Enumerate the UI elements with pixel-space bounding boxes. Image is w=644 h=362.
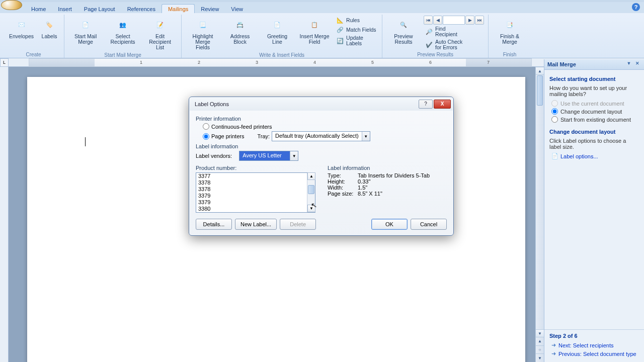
- prev-record-button[interactable]: ◀: [433, 16, 442, 25]
- envelopes-button[interactable]: ✉️Envelopes: [7, 16, 36, 40]
- ribbon: ✉️Envelopes 🏷️Labels Create 📄Start Mail …: [0, 13, 644, 58]
- tab-home[interactable]: Home: [25, 5, 52, 13]
- ok-button[interactable]: OK: [371, 219, 408, 230]
- group-start-label: Start Mail Merge: [104, 51, 141, 58]
- list-item[interactable]: 3379: [196, 193, 307, 199]
- group-finish-label: Finish: [503, 51, 517, 58]
- arrow-right-icon: ➜: [551, 342, 556, 348]
- arrow-left-icon: ➜: [551, 350, 556, 357]
- taskpane-title: Mail Merge: [547, 61, 576, 67]
- starting-doc-question: How do you want to set up your mailing l…: [549, 85, 639, 97]
- tray-label: Tray:: [257, 133, 270, 139]
- group-create-label: Create: [26, 51, 41, 58]
- taskpane-close-icon[interactable]: ✕: [634, 61, 641, 68]
- list-item[interactable]: 3380: [196, 206, 307, 212]
- new-label-button[interactable]: New Label...: [235, 219, 277, 230]
- radio-use-current: Use the current document: [551, 100, 639, 107]
- label-options-dialog: Label Options ? X Printer information Co…: [189, 97, 454, 236]
- printer-info-label: Printer information: [196, 116, 447, 122]
- update-labels-button[interactable]: 🔄Update Labels: [335, 35, 378, 47]
- greeting-line-button[interactable]: 📄Greeting Line: [260, 16, 294, 46]
- change-layout-instruction: Click Label options to choose a label si…: [549, 138, 639, 150]
- label-info-title: Label information: [328, 165, 430, 171]
- next-record-button[interactable]: ▶: [465, 16, 474, 25]
- tab-selector[interactable]: L: [0, 58, 9, 67]
- radio-change-layout[interactable]: Change document layout: [551, 108, 639, 115]
- scroll-down-icon[interactable]: ▼: [307, 205, 315, 212]
- vendors-label: Label vendors:: [196, 153, 232, 159]
- mail-merge-taskpane: Mail Merge ▼✕ Select starting document H…: [544, 59, 644, 362]
- delete-button: Delete: [280, 219, 316, 230]
- highlight-merge-fields-button[interactable]: 📃Highlight Merge Fields: [186, 16, 220, 51]
- record-number-input[interactable]: [443, 16, 465, 25]
- labels-button[interactable]: 🏷️Labels: [39, 16, 60, 40]
- start-mail-merge-button[interactable]: 📄Start Mail Merge: [68, 16, 103, 46]
- office-button[interactable]: [1, 0, 22, 10]
- label-info-grid: Type:Tab Inserts for Dividers 5-Tab Heig…: [328, 172, 430, 197]
- tab-page-layout[interactable]: Page Layout: [78, 5, 121, 13]
- section-select-starting: Select starting document: [549, 76, 639, 82]
- group-preview-label: Preview Results: [417, 51, 453, 58]
- listbox-scrollbar[interactable]: ▲ ▼: [307, 173, 315, 212]
- insert-merge-field-button[interactable]: 📋Insert Merge Field: [297, 16, 332, 46]
- tab-references[interactable]: References: [121, 5, 162, 13]
- dialog-close-button[interactable]: X: [434, 100, 451, 109]
- dialog-help-button[interactable]: ?: [419, 100, 433, 109]
- rules-button[interactable]: 📐Rules: [335, 16, 378, 25]
- tab-view[interactable]: View: [225, 5, 249, 13]
- list-item[interactable]: 3379: [196, 199, 307, 206]
- label-info-label: Label information: [196, 143, 447, 149]
- finish-merge-button[interactable]: 📑Finish & Merge: [493, 16, 527, 46]
- label-options-icon: 📄: [551, 153, 558, 159]
- find-recipient-button[interactable]: 🔎Find Recipient: [424, 26, 484, 38]
- taskpane-menu-icon[interactable]: ▼: [625, 61, 632, 68]
- edit-recipient-list-button[interactable]: 📝Edit Recipient List: [143, 16, 177, 51]
- list-item[interactable]: 3378: [196, 179, 307, 186]
- vertical-ruler: [0, 67, 9, 362]
- group-write-label: Write & Insert Fields: [259, 51, 304, 58]
- chevron-down-icon: ▼: [290, 151, 298, 160]
- dialog-title: Label Options: [195, 101, 418, 107]
- list-item[interactable]: 3377: [196, 173, 307, 179]
- ribbon-tabs: Home Insert Page Layout References Maili…: [0, 2, 644, 13]
- match-fields-button[interactable]: 🔗Match Fields: [335, 25, 378, 34]
- preview-results-button[interactable]: 🔍Preview Results: [386, 16, 421, 46]
- select-recipients-button[interactable]: 👥Select Recipients: [106, 16, 140, 46]
- help-icon[interactable]: ?: [632, 3, 640, 11]
- last-record-button[interactable]: ⏭: [475, 16, 484, 25]
- vertical-scrollbar[interactable]: ▲▼ ▲○▼: [535, 67, 544, 362]
- tab-insert[interactable]: Insert: [52, 5, 78, 13]
- radio-start-existing[interactable]: Start from existing document: [551, 116, 639, 123]
- vendors-combo[interactable]: Avery US Letter▼: [239, 151, 298, 161]
- product-number-label: Product number:: [196, 165, 315, 171]
- step-indicator: Step 2 of 6: [549, 333, 639, 339]
- tab-mailings[interactable]: Mailings: [162, 4, 195, 13]
- details-button[interactable]: Details...: [196, 219, 232, 230]
- address-block-button[interactable]: 📇Address Block: [223, 16, 257, 46]
- radio-page-printers[interactable]: Page printers Tray: Default tray (Automa…: [203, 131, 447, 141]
- auto-check-errors-button[interactable]: ✔️Auto Check for Errors: [424, 39, 484, 51]
- scroll-up-icon[interactable]: ▲: [307, 172, 315, 180]
- chevron-down-icon: ▼: [362, 132, 370, 141]
- tray-combo[interactable]: Default tray (Automatically Select)▼: [272, 131, 370, 141]
- list-item[interactable]: 3378: [196, 186, 307, 193]
- next-step-link[interactable]: ➜Next: Select recipients: [551, 342, 639, 348]
- cancel-button[interactable]: Cancel: [411, 219, 447, 230]
- first-record-button[interactable]: ⏮: [424, 16, 433, 25]
- section-change-layout: Change document layout: [549, 129, 639, 135]
- product-number-listbox[interactable]: 3377 3378 3378 3379 3379 3380 ▲ ▼: [196, 172, 315, 213]
- radio-continuous-feed[interactable]: Continuous-feed printers: [203, 123, 447, 130]
- label-options-link[interactable]: 📄Label options...: [551, 153, 639, 159]
- tab-review[interactable]: Review: [195, 5, 225, 13]
- prev-step-link[interactable]: ➜Previous: Select document type: [551, 350, 639, 357]
